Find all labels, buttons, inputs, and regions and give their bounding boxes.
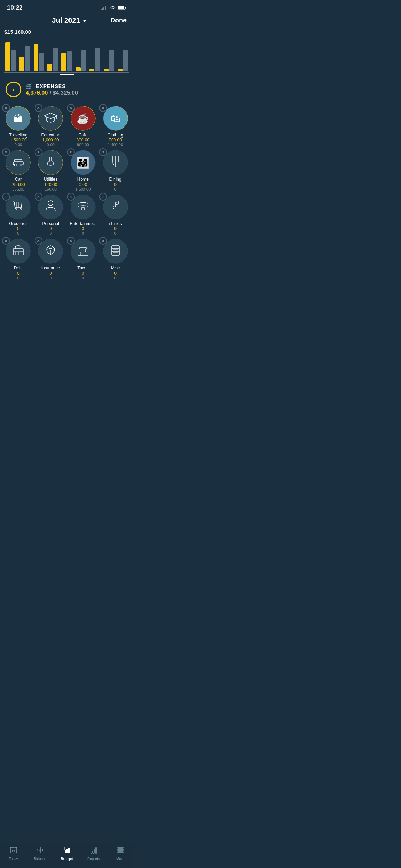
category-item-groceries[interactable]: ×Groceries00 xyxy=(4,194,33,236)
category-item-cafe[interactable]: ×☕Cafe800.00900.00 xyxy=(68,105,98,147)
bar-group-6 xyxy=(89,48,101,71)
bar-wrapper-0 xyxy=(5,42,16,71)
category-name-15: Misc xyxy=(111,265,120,270)
svg-rect-6 xyxy=(118,6,124,9)
back-icon: ‹ xyxy=(12,86,15,93)
bar-gray-7 xyxy=(109,50,114,71)
bar-yellow-4 xyxy=(61,53,66,71)
category-name-6: Home xyxy=(77,177,89,182)
category-spent-0: 1,500.00 xyxy=(10,138,27,143)
bar-group-4 xyxy=(61,51,73,71)
category-item-debt[interactable]: ×Debt00 xyxy=(4,238,33,280)
remove-button-5[interactable]: × xyxy=(35,148,42,156)
remove-button-1[interactable]: × xyxy=(35,104,42,112)
category-circle-13 xyxy=(38,239,63,263)
category-spent-1: 1,000.00 xyxy=(42,138,59,143)
bar-wrapper-8 xyxy=(118,50,128,71)
category-item-car[interactable]: ×Car256.00365.00 xyxy=(4,150,33,191)
category-item-itunes[interactable]: ×iTunes00 xyxy=(101,194,130,236)
category-circle-6: 👨‍👩‍👧 xyxy=(71,150,95,175)
category-item-home[interactable]: ×👨‍👩‍👧Home0.001,500.00 xyxy=(68,150,98,191)
category-circle-14 xyxy=(71,239,95,263)
bar-gray-6 xyxy=(95,48,100,71)
header-title[interactable]: Jul 2021 ▼ xyxy=(52,16,87,25)
category-circle-8 xyxy=(6,195,30,219)
svg-rect-52 xyxy=(79,248,87,249)
category-name-4: Car xyxy=(15,177,22,182)
signal-icon xyxy=(101,6,108,10)
category-spent-11: 0 xyxy=(114,226,117,231)
expenses-label: EXPENSES xyxy=(36,83,66,89)
category-budget-14: 0 xyxy=(82,276,84,280)
remove-button-8[interactable]: × xyxy=(2,193,10,201)
category-spent-15: 0 xyxy=(114,271,117,276)
category-budget-12: 0 xyxy=(17,276,19,280)
remove-button-0[interactable]: × xyxy=(2,104,10,112)
category-name-1: Education xyxy=(41,133,60,138)
expenses-budget-separator: / xyxy=(50,90,51,96)
chevron-down-icon: ▼ xyxy=(82,18,87,24)
category-budget-4: 365.00 xyxy=(12,187,25,191)
bar-group-8 xyxy=(117,50,129,71)
category-circle-7 xyxy=(103,150,128,175)
remove-button-6[interactable]: × xyxy=(67,148,75,156)
category-spent-13: 0 xyxy=(50,271,52,276)
category-item-utilities[interactable]: ×Utilities120.00160.00 xyxy=(36,150,66,191)
category-item-dining[interactable]: ×Dining00 xyxy=(101,150,130,191)
category-item-taxes[interactable]: ×Taxes00 xyxy=(68,238,98,280)
category-item-misc[interactable]: ×Misc00 xyxy=(101,238,130,280)
battery-icon xyxy=(118,6,127,10)
category-item-clothing[interactable]: ×🛍Clothing700.001,400.00 xyxy=(101,105,130,147)
category-circle-2: ☕ xyxy=(71,106,95,130)
bar-group-7 xyxy=(103,50,115,71)
svg-rect-5 xyxy=(125,7,126,9)
bar-yellow-7 xyxy=(104,69,109,71)
bar-wrapper-6 xyxy=(89,48,100,71)
bar-group-2 xyxy=(32,44,45,71)
remove-button-11[interactable]: × xyxy=(99,193,107,201)
category-spent-4: 256.00 xyxy=(12,182,25,187)
remove-button-12[interactable]: × xyxy=(2,237,10,245)
category-circle-9 xyxy=(38,195,63,219)
bar-yellow-5 xyxy=(76,67,81,71)
svg-rect-2 xyxy=(103,7,104,10)
chart-bars xyxy=(4,37,129,73)
back-button[interactable]: ‹ xyxy=(6,82,21,97)
month-year-label: Jul 2021 xyxy=(52,16,80,25)
category-spent-7: 0 xyxy=(114,182,117,187)
category-spent-14: 0 xyxy=(82,271,84,276)
done-button[interactable]: Done xyxy=(110,17,127,24)
bar-gray-2 xyxy=(39,53,44,71)
remove-button-2[interactable]: × xyxy=(67,104,75,112)
category-name-3: Clothing xyxy=(108,133,123,138)
bar-gray-1 xyxy=(25,46,30,71)
category-circle-11 xyxy=(103,195,128,219)
remove-button-10[interactable]: × xyxy=(67,193,75,201)
bar-yellow-8 xyxy=(118,69,123,71)
remove-button-14[interactable]: × xyxy=(67,237,75,245)
categories-grid: ×🏔Travelling1,500.000.00×Education1,000.… xyxy=(0,103,134,283)
svg-rect-3 xyxy=(105,6,106,10)
category-budget-11: 0 xyxy=(114,231,117,236)
category-item-personal[interactable]: ×Personal00 xyxy=(36,194,66,236)
wifi-icon xyxy=(110,6,115,10)
category-item-insurance[interactable]: ×Insurance00 xyxy=(36,238,66,280)
chart-area: $15,160.00 xyxy=(0,29,134,75)
category-budget-8: 0 xyxy=(17,231,19,236)
status-icons xyxy=(101,6,127,10)
remove-button-9[interactable]: × xyxy=(35,193,42,201)
category-circle-0: 🏔 xyxy=(6,106,30,130)
category-item-travelling[interactable]: ×🏔Travelling1,500.000.00 xyxy=(4,105,33,147)
remove-button-13[interactable]: × xyxy=(35,237,42,245)
status-bar: 10:22 xyxy=(0,0,134,14)
bar-gray-8 xyxy=(123,50,128,71)
category-item-entertainme---[interactable]: ×Entertainme...00 xyxy=(68,194,98,236)
category-budget-7: 0 xyxy=(114,187,117,191)
category-spent-12: 0 xyxy=(17,271,20,276)
bar-gray-0 xyxy=(11,50,16,71)
bar-yellow-0 xyxy=(5,42,10,71)
category-budget-13: 0 xyxy=(50,276,52,280)
bar-wrapper-1 xyxy=(19,46,30,71)
expenses-title: 🛒 EXPENSES xyxy=(26,83,128,90)
category-item-education[interactable]: ×Education1,000.000.00 xyxy=(36,105,66,147)
